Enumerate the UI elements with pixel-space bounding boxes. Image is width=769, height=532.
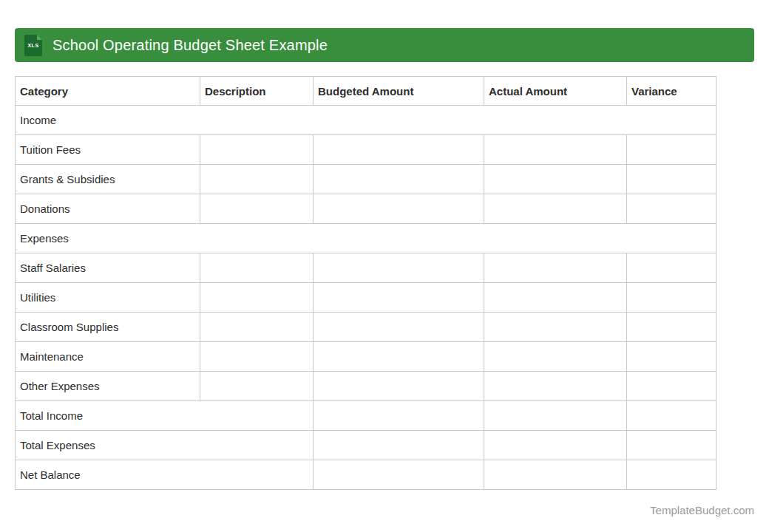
total-row: Total Income xyxy=(16,401,717,431)
description-cell xyxy=(200,194,314,224)
section-label: Expenses xyxy=(16,224,717,253)
budgeted-amount-cell xyxy=(314,165,484,194)
budgeted-amount-cell xyxy=(314,283,484,313)
budgeted-amount-cell xyxy=(314,253,484,283)
watermark: TemplateBudget.com xyxy=(15,504,754,516)
table-row: Donations xyxy=(16,194,717,224)
title-banner: XLS School Operating Budget Sheet Exampl… xyxy=(15,28,754,62)
table-row: Grants & Subsidies xyxy=(16,165,717,194)
variance-cell xyxy=(627,372,717,401)
description-cell xyxy=(200,253,314,283)
total-row: Total Expenses xyxy=(16,431,717,460)
description-cell xyxy=(200,165,314,194)
category-cell: Classroom Supplies xyxy=(16,313,200,342)
actual-amount-cell xyxy=(484,313,627,342)
actual-amount-cell xyxy=(484,431,627,460)
column-header-budgeted-amount: Budgeted Amount xyxy=(314,77,484,106)
actual-amount-cell xyxy=(484,135,627,165)
description-cell xyxy=(200,283,314,313)
column-header-variance: Variance xyxy=(627,77,717,106)
table-row: Classroom Supplies xyxy=(16,313,717,342)
category-cell: Staff Salaries xyxy=(16,253,200,283)
budgeted-amount-cell xyxy=(314,194,484,224)
budgeted-amount-cell xyxy=(314,460,484,490)
category-cell: Donations xyxy=(16,194,200,224)
column-header-category: Category xyxy=(16,77,200,106)
column-header-actual-amount: Actual Amount xyxy=(484,77,627,106)
header-row: Category Description Budgeted Amount Act… xyxy=(16,77,717,106)
actual-amount-cell xyxy=(484,372,627,401)
category-cell: Grants & Subsidies xyxy=(16,165,200,194)
table-row: Other Expenses xyxy=(16,372,717,401)
variance-cell xyxy=(627,194,717,224)
actual-amount-cell xyxy=(484,253,627,283)
category-cell: Maintenance xyxy=(16,342,200,372)
variance-cell xyxy=(627,313,717,342)
budgeted-amount-cell xyxy=(314,372,484,401)
variance-cell xyxy=(627,253,717,283)
section-label: Income xyxy=(16,106,717,135)
description-cell xyxy=(200,135,314,165)
variance-cell xyxy=(627,342,717,372)
budgeted-amount-cell xyxy=(314,401,484,431)
budgeted-amount-cell xyxy=(314,135,484,165)
variance-cell xyxy=(627,431,717,460)
actual-amount-cell xyxy=(484,165,627,194)
total-row: Net Balance xyxy=(16,460,717,490)
table-row: Staff Salaries xyxy=(16,253,717,283)
actual-amount-cell xyxy=(484,342,627,372)
page-title: School Operating Budget Sheet Example xyxy=(52,37,328,54)
total-label-cell: Total Income xyxy=(16,401,314,431)
budgeted-amount-cell xyxy=(314,313,484,342)
xls-icon-label: XLS xyxy=(27,43,38,48)
budgeted-amount-cell xyxy=(314,342,484,372)
section-row-income: Income xyxy=(16,106,717,135)
variance-cell xyxy=(627,165,717,194)
actual-amount-cell xyxy=(484,194,627,224)
description-cell xyxy=(200,313,314,342)
table-row: Maintenance xyxy=(16,342,717,372)
column-header-description: Description xyxy=(200,77,314,106)
xls-file-icon: XLS xyxy=(24,35,42,56)
table-row: Tuition Fees xyxy=(16,135,717,165)
category-cell: Other Expenses xyxy=(16,372,200,401)
table-row: Utilities xyxy=(16,283,717,313)
total-label-cell: Total Expenses xyxy=(16,431,314,460)
actual-amount-cell xyxy=(484,283,627,313)
category-cell: Utilities xyxy=(16,283,200,313)
budget-table: Category Description Budgeted Amount Act… xyxy=(15,76,717,490)
actual-amount-cell xyxy=(484,401,627,431)
variance-cell xyxy=(627,460,717,490)
description-cell xyxy=(200,342,314,372)
variance-cell xyxy=(627,401,717,431)
budgeted-amount-cell xyxy=(314,431,484,460)
category-cell: Tuition Fees xyxy=(16,135,200,165)
description-cell xyxy=(200,372,314,401)
section-row-expenses: Expenses xyxy=(16,224,717,253)
variance-cell xyxy=(627,135,717,165)
total-label-cell: Net Balance xyxy=(16,460,314,490)
page: XLS School Operating Budget Sheet Exampl… xyxy=(0,0,769,532)
actual-amount-cell xyxy=(484,460,627,490)
variance-cell xyxy=(627,283,717,313)
